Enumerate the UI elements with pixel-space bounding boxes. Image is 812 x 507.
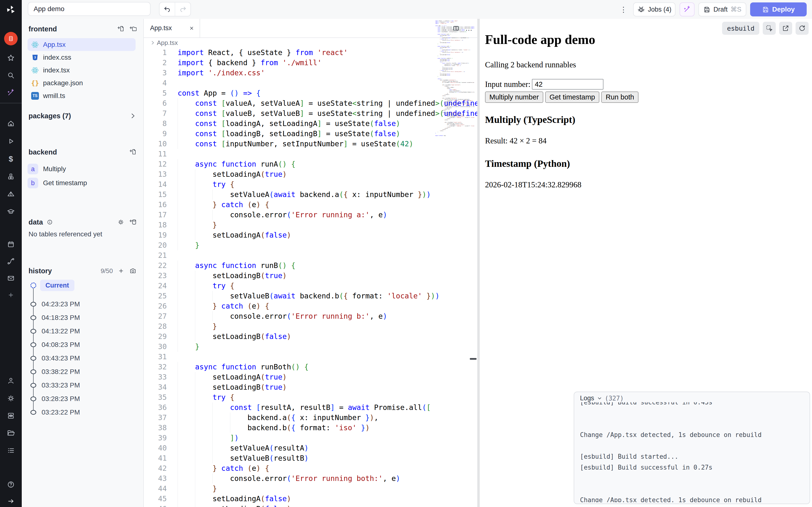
- code-line[interactable]: 21: [144, 250, 477, 261]
- code-line[interactable]: 34 setLoadingB(true): [144, 382, 477, 392]
- wand-icon[interactable]: [0, 86, 22, 100]
- tab-app-tsx[interactable]: App.tsx: [144, 19, 200, 38]
- arrow-right-icon[interactable]: [0, 494, 22, 507]
- code-line[interactable]: 8 const [loadingA, setLoadingA] = useSta…: [144, 119, 477, 129]
- data-settings-button[interactable]: [117, 219, 124, 226]
- code-line[interactable]: 7 const [valueB, setValueB] = useState<s…: [144, 108, 477, 119]
- pyramid-icon[interactable]: [0, 187, 22, 201]
- code-line[interactable]: 12 async function runA() {: [144, 159, 477, 169]
- add-runnable-button[interactable]: [129, 149, 137, 156]
- kebab-menu-icon[interactable]: ⋮: [619, 2, 628, 16]
- file-item-index-tsx[interactable]: index.tsx: [28, 64, 136, 76]
- code-line[interactable]: 14 try {: [144, 179, 477, 189]
- history-entry[interactable]: 04:23:23 PM: [42, 300, 80, 308]
- code-line[interactable]: 28 }: [144, 321, 477, 332]
- app-name-input[interactable]: [28, 2, 151, 16]
- code-line[interactable]: 11: [144, 149, 477, 159]
- undo-button[interactable]: [159, 2, 175, 16]
- add-table-button[interactable]: [129, 219, 137, 226]
- code-line[interactable]: 43 console.error('Error running both:', …: [144, 473, 477, 484]
- history-entry[interactable]: 04:18:23 PM: [42, 314, 80, 322]
- code-line[interactable]: 3import './index.css': [144, 68, 477, 78]
- code-line[interactable]: 42 } catch (e) {: [144, 463, 477, 473]
- code-line[interactable]: 23 setLoadingB(true): [144, 271, 477, 281]
- file-item-app-tsx[interactable]: App.tsx: [28, 38, 136, 51]
- cubes-icon[interactable]: [0, 169, 22, 184]
- backend-item-get-timestamp[interactable]: bGet timestamp: [28, 176, 87, 189]
- add-folder-button[interactable]: [129, 25, 137, 33]
- code-line[interactable]: 19 setLoadingA(false): [144, 230, 477, 240]
- code-line[interactable]: 6 const [valueA, setValueA] = useState<s…: [144, 98, 477, 108]
- code-line[interactable]: 39 ]): [144, 433, 477, 443]
- get-timestamp-button[interactable]: Get timestamp: [545, 92, 600, 103]
- history-entry[interactable]: 03:23:22 PM: [42, 408, 80, 416]
- code-line[interactable]: 17 console.error('Error running a:', e): [144, 210, 477, 220]
- list-icon[interactable]: [0, 443, 22, 458]
- file-item-index-css[interactable]: 3index.css: [28, 51, 136, 64]
- deploy-button[interactable]: Deploy: [750, 2, 807, 16]
- jobs-button[interactable]: Jobs (4): [633, 2, 675, 16]
- code-line[interactable]: 1import React, { useState } from 'react': [144, 48, 477, 58]
- code-line[interactable]: 29 setLoadingB(false): [144, 332, 477, 342]
- add-file-button[interactable]: [117, 25, 124, 33]
- code-line[interactable]: 44 }: [144, 484, 477, 494]
- history-current[interactable]: Current: [40, 280, 74, 291]
- code-line[interactable]: 15 setValueA(await backend.a({ x: inputN…: [144, 189, 477, 200]
- refresh-button[interactable]: [796, 22, 809, 35]
- history-entry[interactable]: 03:43:23 PM: [42, 354, 80, 362]
- code-line[interactable]: 27 console.error('Error running b:', e): [144, 311, 477, 321]
- info-icon[interactable]: [46, 219, 53, 225]
- redo-button[interactable]: [175, 2, 191, 16]
- divider-drag-handle[interactable]: [470, 358, 476, 360]
- backend-item-multiply[interactable]: aMultiply: [28, 163, 66, 175]
- code-line[interactable]: 18 }: [144, 220, 477, 230]
- chevron-right-icon[interactable]: [129, 112, 137, 119]
- history-entry[interactable]: 03:33:23 PM: [42, 382, 80, 389]
- star-icon[interactable]: [0, 51, 22, 65]
- history-entry[interactable]: 04:13:22 PM: [42, 327, 80, 335]
- code-line[interactable]: 38 backend.b({ format: 'iso' }): [144, 423, 477, 433]
- code-line[interactable]: 40 setValueA(resultA): [144, 443, 477, 453]
- chevron-down-icon[interactable]: [597, 396, 602, 401]
- code-line[interactable]: 36 const [resultA, resultB] = await Prom…: [144, 402, 477, 412]
- code-line[interactable]: 46 setLoadingB(false): [144, 504, 477, 507]
- home-icon[interactable]: [0, 116, 22, 131]
- code-line[interactable]: 31: [144, 352, 477, 362]
- draft-button[interactable]: Draft ⌘S: [698, 2, 746, 16]
- open-external-button[interactable]: [779, 22, 792, 35]
- workers-icon[interactable]: [0, 408, 22, 423]
- gear-icon[interactable]: [0, 391, 22, 406]
- mail-icon[interactable]: [0, 271, 22, 285]
- plus-icon[interactable]: [0, 288, 22, 302]
- logs-label[interactable]: Logs: [580, 394, 594, 402]
- folders-icon[interactable]: [0, 426, 22, 440]
- workspace-icon[interactable]: [0, 32, 22, 46]
- help-icon[interactable]: [0, 477, 22, 492]
- panel-divider[interactable]: [477, 19, 480, 507]
- code-line[interactable]: 25 setValueB(await backend.b({ format: '…: [144, 291, 477, 301]
- esbuild-chip[interactable]: esbuild: [722, 22, 759, 35]
- code-line[interactable]: 10 const [inputNumber, setInputNumber] =…: [144, 139, 477, 149]
- code-line[interactable]: 30 }: [144, 342, 477, 352]
- history-entry[interactable]: 03:28:23 PM: [42, 395, 80, 403]
- camera-icon[interactable]: [129, 267, 137, 275]
- calendar-icon[interactable]: [0, 237, 22, 251]
- code-line[interactable]: 45 setLoadingA(false): [144, 494, 477, 504]
- file-item-package-json[interactable]: {}package.json: [28, 76, 136, 89]
- history-entry[interactable]: 04:08:23 PM: [42, 341, 80, 349]
- code-line[interactable]: 16 } catch (e) {: [144, 200, 477, 210]
- inspect-element-button[interactable]: [763, 22, 776, 35]
- add-snapshot-button[interactable]: [118, 268, 124, 274]
- packages-row[interactable]: packages (7): [22, 111, 143, 121]
- route-icon[interactable]: [0, 254, 22, 269]
- user-icon[interactable]: [0, 374, 22, 388]
- code-line[interactable]: 5const App = () => {: [144, 88, 477, 98]
- code-line[interactable]: 41 setValueB(resultB): [144, 453, 477, 463]
- code-line[interactable]: 22 async function runB() {: [144, 261, 477, 271]
- search-icon[interactable]: [0, 68, 22, 82]
- ai-wand-button[interactable]: [679, 2, 695, 16]
- play-icon[interactable]: [0, 134, 22, 149]
- code-line[interactable]: 2import { backend } from './wmill': [144, 58, 477, 68]
- code-area[interactable]: 1import React, { useState } from 'react'…: [144, 48, 477, 507]
- code-line[interactable]: 9 const [loadingB, setLoadingB] = useSta…: [144, 129, 477, 139]
